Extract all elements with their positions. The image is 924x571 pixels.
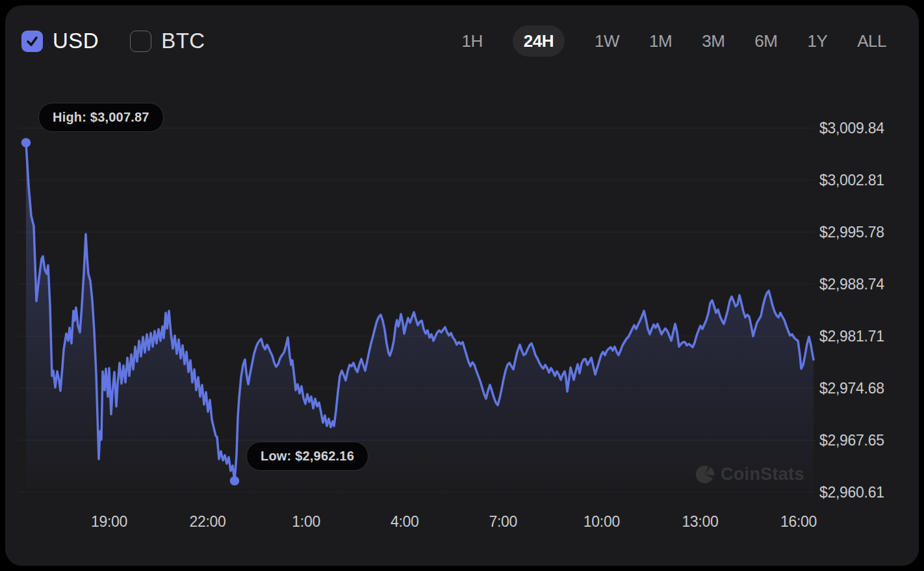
usd-toggle[interactable]: USD bbox=[21, 29, 99, 53]
price-chart[interactable] bbox=[0, 0, 924, 571]
btc-checkbox[interactable] bbox=[130, 31, 151, 52]
high-tooltip-text: High: $3,007.87 bbox=[53, 110, 149, 124]
low-tooltip-text: Low: $2,962.16 bbox=[261, 449, 354, 463]
watermark-text: CoinStats bbox=[721, 464, 804, 485]
high-tooltip: High: $3,007.87 bbox=[38, 103, 164, 132]
range-button-24h[interactable]: 24H bbox=[513, 25, 565, 57]
range-button-all[interactable]: ALL bbox=[857, 33, 886, 49]
check-icon bbox=[25, 34, 39, 48]
range-button-6m[interactable]: 6M bbox=[754, 33, 777, 49]
currency-toggles: USD BTC bbox=[21, 29, 205, 53]
range-button-1h[interactable]: 1H bbox=[462, 33, 483, 49]
usd-checkbox[interactable] bbox=[21, 31, 43, 52]
low-point-marker bbox=[230, 476, 239, 485]
range-button-1m[interactable]: 1M bbox=[649, 33, 672, 49]
high-point-marker bbox=[21, 138, 31, 147]
low-tooltip: Low: $2,962.16 bbox=[246, 442, 368, 471]
range-button-1y[interactable]: 1Y bbox=[807, 33, 827, 49]
btc-toggle[interactable]: BTC bbox=[130, 29, 205, 53]
time-range-selector: 1H24H1W1M3M6M1YALL bbox=[462, 25, 886, 57]
coinstats-logo-icon bbox=[695, 464, 715, 485]
usd-label: USD bbox=[53, 29, 99, 53]
range-button-1w[interactable]: 1W bbox=[595, 33, 619, 49]
coinstats-watermark: CoinStats bbox=[695, 464, 804, 485]
range-button-3m[interactable]: 3M bbox=[702, 33, 725, 49]
btc-label: BTC bbox=[161, 29, 205, 53]
